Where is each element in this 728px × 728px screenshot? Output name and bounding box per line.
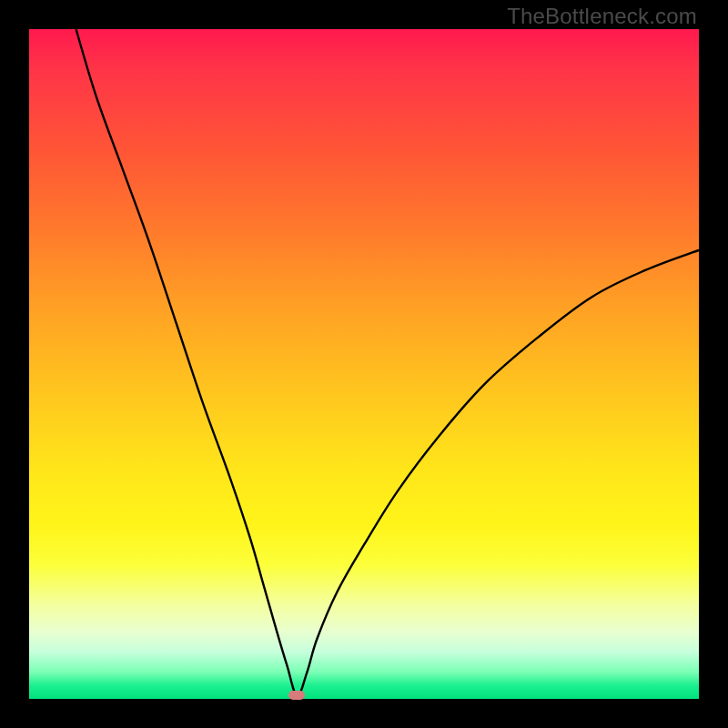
- frame-border-right: [699, 0, 728, 728]
- watermark-text: TheBottleneck.com: [507, 4, 697, 29]
- frame-border-bottom: [0, 699, 728, 728]
- chart-area: [29, 29, 699, 699]
- optimum-marker: [288, 691, 305, 700]
- frame-border-left: [0, 0, 29, 728]
- bottleneck-curve: [29, 29, 699, 699]
